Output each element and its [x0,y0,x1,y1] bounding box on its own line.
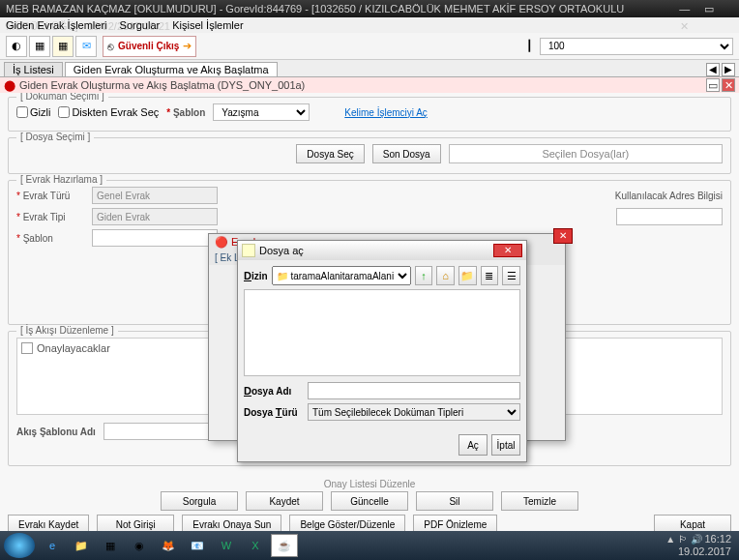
btn-view-list-icon[interactable]: ≣ [481,266,499,285]
lbl-dosya-adi: Dosya Adı [244,385,302,397]
input-sablon2[interactable] [92,229,218,247]
file-list[interactable] [244,289,520,376]
subheader-close-button[interactable]: ✕ [722,78,735,92]
warn-icon: ⬤ [4,79,15,92]
taskbar-java-icon[interactable]: ☕ [271,534,298,557]
taskbar-chrome-icon[interactable]: ◉ [126,534,153,557]
main-toolbar: ◐ ▦ ▦ ✉ ⎋ Güvenli Çıkış ➔ ┃ 100 [0,33,739,60]
file-open-dialog: Dosya aç ✕ Dizin 📁 taramaAlanitaramaAlan… [237,240,527,462]
fieldset-dosya-secimi: [ Dosya Seçimi ] Dosya Seç Son Dosya Seç… [8,137,731,174]
folder-icon [242,244,255,257]
btn-newfolder-icon[interactable]: 📁 [458,266,477,285]
dialog-title: Dosya aç [259,245,304,256]
doc-icon [21,342,33,354]
window-controls: — ▭ ✕ [674,0,733,17]
onay-listesi-title: Onay Listesi Düzenle [8,479,731,489]
tab-next-button[interactable]: ▶ [722,63,735,76]
btn-dosya-sec[interactable]: Dosya Seç [296,144,364,163]
logout-icon: ⎋ [107,41,114,52]
zoom-select[interactable]: 100 [540,38,733,55]
taskbar-mail-icon[interactable]: 📧 [184,534,211,557]
bottom-bar: Onay Listesi Düzenle Sorgula Kaydet Günc… [8,479,731,534]
select-sablon[interactable]: Yazışma [213,103,310,121]
select-dizin[interactable]: 📁 taramaAlanitaramaAlani [272,266,411,285]
lbl-dosya-turu: Dosya Türü [244,406,302,418]
taskbar-app1-icon[interactable]: ▦ [97,534,124,557]
window-titlebar: MEB RAMAZAN KAÇMAZ [OKULMUDURU] - GorevI… [0,0,739,17]
subheader-restore-button[interactable]: ▭ [706,78,720,92]
dialog-close-button[interactable]: ✕ [493,244,522,257]
lbl-sablon2: Şablon [16,233,84,244]
taskbar-word-icon[interactable]: W [213,534,240,557]
window-title: MEB RAMAZAN KAÇMAZ [OKULMUDURU] - GorevI… [6,0,674,17]
menu-giden-evrak[interactable]: Giden Evrak İşlemleri [6,19,107,31]
toolbar-btn-1[interactable]: ◐ [6,36,27,57]
taskbar-ie-icon[interactable]: e [39,534,66,557]
chk-diskten[interactable]: Diskten Evrak Seç [58,106,159,118]
btn-sil[interactable]: Sil [416,491,493,511]
taskbar-explorer-icon[interactable]: 📁 [68,534,95,557]
close-button[interactable]: ✕ [674,17,695,35]
subheader: ⬤ Giden Evrak Oluşturma ve Akış Başlatma… [0,77,739,93]
menu-sorgular[interactable]: Sorgular [120,19,161,31]
input-adres[interactable] [616,208,723,225]
btn-view-details-icon[interactable]: ☰ [502,266,520,285]
outer-modal-close[interactable]: ✕ [553,228,573,244]
maximize-button[interactable]: ▭ [698,0,720,17]
input-evrak-turu [92,187,218,204]
taskbar-firefox-icon[interactable]: 🦊 [155,534,182,557]
link-kelime-islemci[interactable]: Kelime İşlemciyi Aç [344,107,428,118]
btn-iptal[interactable]: İptal [491,434,520,456]
zoom-slider[interactable]: ┃ [526,40,536,52]
input-evrak-tipi [92,208,218,225]
btn-sorgula[interactable]: Sorgula [161,491,238,511]
fieldset-dokuman-secimi: [ Doküman Seçimi ] Gizli Diskten Evrak S… [8,97,731,132]
taskbar: e 📁 ▦ ◉ 🦊 📧 W X ☕ ▲ 🏳 🔊 16:1219.02.2017 [0,531,739,560]
tab-is-listesi[interactable]: İş Listesi [4,62,63,76]
zoom-controls: ┃ 100 [526,38,733,55]
subheader-title: Giden Evrak Oluşturma ve Akış Başlatma (… [19,79,305,91]
tab-giden-evrak[interactable]: Giden Evrak Oluşturma ve Akış Başlatma [65,62,278,76]
chk-gizli[interactable]: Gizli [16,106,50,118]
btn-son-dosya[interactable]: Son Dosya [372,144,441,163]
toolbar-btn-4[interactable]: ✉ [75,36,97,57]
btn-temizle[interactable]: Temizle [501,491,578,511]
toolbar-btn-2[interactable]: ▦ [29,36,50,57]
taskbar-excel-icon[interactable]: X [242,534,269,557]
toolbar-btn-3[interactable]: ▦ [52,36,74,57]
btn-guncelle[interactable]: Güncelle [331,491,408,511]
dialog-titlebar[interactable]: Dosya aç ✕ [238,241,526,260]
lbl-evrak-turu: Evrak Türü [16,191,84,201]
lbl-dizin: Dizin [244,270,268,281]
btn-up-icon[interactable]: ↑ [415,266,433,285]
minimize-button[interactable]: — [674,0,695,17]
logout-button[interactable]: ⎋ Güvenli Çıkış ➔ [103,36,196,57]
tab-prev-button[interactable]: ◀ [706,63,720,76]
input-dosya-adi[interactable] [308,382,520,399]
lbl-akis-sablonu: Akış Şablonu Adı [16,427,96,437]
start-button[interactable] [4,533,35,558]
menu-kisisel[interactable]: Kişisel İşlemler [172,19,243,31]
system-tray[interactable]: ▲ 🏳 🔊 16:1219.02.2017 [665,533,735,558]
select-dosya-turu[interactable]: Tüm Seçilebilecek Doküman Tipleri [308,403,520,421]
lbl-adres-bilgisi: Kullanılacak Adres Bilgisi [615,191,723,201]
lbl-evrak-tipi: Evrak Tipi [16,212,84,222]
btn-kaydet[interactable]: Kaydet [246,491,323,511]
lbl-sablon: Şablon [166,107,205,118]
tabstrip: İş Listesi Giden Evrak Oluşturma ve Akış… [0,60,739,77]
main-area: [ Doküman Seçimi ] Gizli Diskten Evrak S… [0,93,739,538]
btn-home-icon[interactable]: ⌂ [436,266,455,285]
secilen-dosyalar-field[interactable]: Seçilen Dosya(lar) [449,144,723,163]
btn-ac[interactable]: Aç [458,434,488,456]
menubar: Giden Evrak İşlemleri Sorgular Kişisel İ… [0,17,739,33]
logout-arrow-icon: ➔ [183,40,192,52]
